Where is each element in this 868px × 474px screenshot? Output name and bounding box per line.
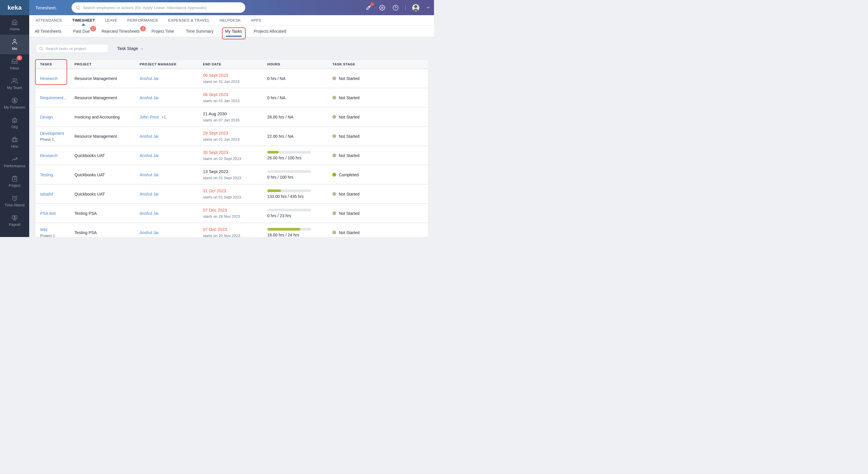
chevron-down-icon[interactable]: [426, 5, 431, 10]
manager-extra-count[interactable]: +1: [161, 115, 166, 120]
tab-leave[interactable]: LEAVE: [105, 15, 117, 25]
tab-helpdesk[interactable]: HELPDESK: [220, 15, 241, 25]
task-search-input[interactable]: [45, 46, 105, 51]
sidebar-item-performance[interactable]: Performance: [0, 152, 29, 172]
task-subtitle: Project 1: [40, 234, 74, 237]
tab-attendance[interactable]: ATTENDANCE: [36, 15, 62, 25]
gear-icon[interactable]: [378, 4, 385, 11]
task-stage-cell: Not Started: [332, 153, 428, 158]
sidebar: HomeMe5InboxMy TeamMy FinancesOrgHirePer…: [0, 15, 29, 237]
task-search[interactable]: [36, 44, 108, 53]
sidebar-item-me[interactable]: Me: [0, 35, 29, 54]
sidebar-item-payroll[interactable]: Payroll: [0, 211, 29, 230]
tasks-table: TASKSPROJECTPROJECT MANAGEREND DATEHOURS…: [36, 60, 428, 237]
task-cell: Research: [40, 76, 74, 81]
hours-progress-bar: [267, 228, 311, 231]
sidebar-item-project[interactable]: Project: [0, 172, 29, 191]
task-link[interactable]: sdsafsf: [40, 192, 53, 196]
sidebar-item-home[interactable]: Home: [0, 15, 29, 35]
task-stage-cell: Not Started: [332, 115, 428, 120]
table-row: WtdProject 1Testing PSAAnshul Jai07 Dec …: [36, 223, 428, 237]
task-link[interactable]: Research: [40, 153, 58, 158]
task-stage-cell: Not Started: [332, 192, 428, 196]
main-area: ATTENDANCETIMESHEETLEAVEPERFORMANCEEXPEN…: [29, 15, 434, 237]
table-row: PSA testTesting PSAAnshul Jai07 Dec 2023…: [36, 204, 428, 223]
subtab-rejected-timesheets[interactable]: Rejected Timesheets2: [102, 26, 140, 37]
column-header-hours: HOURS: [267, 63, 332, 66]
task-link[interactable]: Research: [40, 76, 58, 81]
start-date: starts on 01 Sept 2023: [203, 176, 267, 180]
task-cell: sdsafsf: [40, 192, 74, 197]
hours-text: 0 hrs / 23 hrs: [267, 213, 332, 218]
sidebar-item-label: Project: [9, 183, 21, 188]
end-date: 21 Aug 2030: [203, 111, 267, 116]
task-link[interactable]: Testing: [40, 172, 53, 177]
keka-logo[interactable]: keka: [0, 0, 29, 15]
sidebar-item-my-finances[interactable]: My Finances: [0, 93, 29, 113]
global-search-input[interactable]: [83, 5, 241, 10]
sidebar-item-my-team[interactable]: My Team: [0, 74, 29, 93]
project-manager-link[interactable]: Anshul Jai: [140, 211, 203, 216]
tab-expenses-travel[interactable]: EXPENSES & TRAVEL: [168, 15, 210, 25]
tab-timesheet[interactable]: TIMESHEET: [72, 15, 95, 25]
project-manager-link[interactable]: Anshul Jai: [140, 76, 203, 81]
app-root: keka Timesheet.: [0, 0, 434, 237]
help-icon[interactable]: [392, 4, 399, 11]
tab-apps[interactable]: APPS: [251, 15, 261, 25]
stage-label: Not Started: [339, 153, 360, 158]
task-link[interactable]: Development: [40, 131, 64, 136]
project-manager-link[interactable]: Anshul Jai: [140, 230, 203, 235]
task-link[interactable]: PSA test: [40, 211, 56, 216]
project-manager-link[interactable]: Anshul Jai: [140, 172, 203, 177]
sidebar-item-org[interactable]: Org: [0, 113, 29, 133]
page-title: Timesheet.: [35, 0, 57, 15]
home-icon: [11, 19, 18, 26]
rocket-icon[interactable]: [365, 4, 372, 11]
project-manager-link[interactable]: Anshul Jai: [140, 134, 203, 139]
sidebar-item-inbox[interactable]: 5Inbox: [0, 54, 29, 74]
user-avatar[interactable]: [412, 4, 420, 11]
project-manager-link[interactable]: John Price+1: [140, 115, 203, 120]
task-link[interactable]: Design: [40, 115, 53, 120]
subtab-label: Time Summary: [186, 29, 213, 34]
project-manager-link[interactable]: Anshul Jai: [140, 96, 203, 100]
sidebar-item-label: Home: [10, 27, 20, 31]
task-stage-cell: Not Started: [332, 96, 428, 100]
sidebar-item-time-attend[interactable]: Time Attend: [0, 191, 29, 211]
tab-performance[interactable]: PERFORMANCE: [127, 15, 158, 25]
project-icon: [11, 175, 18, 182]
subtab-past-due[interactable]: Past Due17: [73, 26, 90, 37]
start-date: starts on 28 Nov 2023: [203, 214, 267, 218]
finance-icon: [11, 97, 18, 104]
start-date: starts on 01 Jan 2023: [203, 99, 267, 103]
end-date: 06 Sept 2023: [203, 92, 267, 97]
task-stage-cell: Not Started: [332, 211, 428, 216]
sidebar-item-hire[interactable]: Hire: [0, 133, 29, 152]
subtab-project-time[interactable]: Project Time: [151, 26, 174, 37]
table-header-row: TASKSPROJECTPROJECT MANAGEREND DATEHOURS…: [36, 60, 428, 69]
subtab-label: Past Due: [73, 29, 90, 34]
task-stage-dropdown[interactable]: Task Stage: [117, 46, 144, 51]
subtab-time-summary[interactable]: Time Summary: [186, 26, 213, 37]
subtab-all-timesheets[interactable]: All Timesheets: [35, 26, 61, 37]
stage-label: Completed: [339, 172, 359, 177]
subtab-projects-allocated[interactable]: Projects Allocated: [254, 26, 286, 37]
task-cell: DevelopmentPhase 1: [40, 131, 74, 141]
subtab-label: Rejected Timesheets: [102, 29, 140, 34]
task-cell: PSA test: [40, 211, 74, 216]
hours-progress-fill: [267, 151, 279, 154]
stage-status-dot: [332, 96, 336, 100]
stage-label: Not Started: [339, 230, 360, 235]
my-tasks-content: Task Stage TASKSPROJECTPROJECT MANAGEREN…: [29, 37, 434, 237]
global-search[interactable]: [71, 2, 245, 13]
search-icon: [75, 5, 80, 10]
project-manager-link[interactable]: Anshul Jai: [140, 192, 203, 196]
column-header-end-date: END DATE: [203, 63, 267, 66]
hours-progress-fill: [267, 228, 300, 231]
subtab-my-tasks[interactable]: My Tasks: [225, 26, 242, 37]
sidebar-item-label: My Team: [7, 86, 22, 90]
task-link[interactable]: Requirement...: [40, 96, 67, 100]
task-link[interactable]: Wtd: [40, 227, 47, 232]
project-manager-link[interactable]: Anshul Jai: [140, 153, 203, 158]
performance-icon: [11, 156, 18, 163]
